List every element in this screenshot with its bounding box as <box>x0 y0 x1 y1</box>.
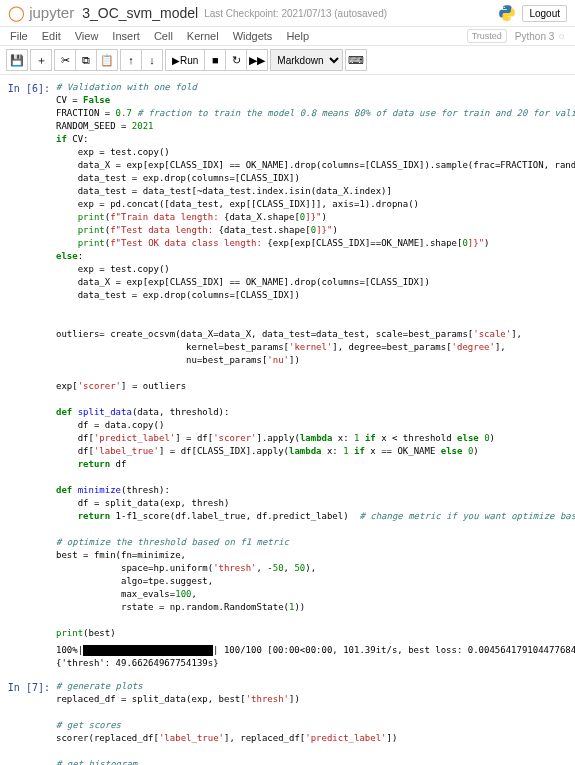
code-cell-7[interactable]: In [7]: # generate plots replaced_df = s… <box>0 680 575 765</box>
run-icon: ▶ <box>172 55 180 66</box>
restart-run-button[interactable]: ▶▶ <box>246 49 268 71</box>
menubar: File Edit View Insert Cell Kernel Widget… <box>0 27 575 46</box>
paste-icon: 📋 <box>100 54 114 67</box>
cell-type-select[interactable]: Markdown <box>270 49 343 71</box>
cut-button[interactable]: ✂ <box>54 49 76 71</box>
code-input[interactable]: # Validation with one fold CV = False FR… <box>56 81 575 640</box>
jupyter-logo: ◯ jupyter <box>8 4 74 22</box>
header: ◯ jupyter 3_OC_svm_model Last Checkpoint… <box>0 0 575 27</box>
cut-icon: ✂ <box>61 54 70 67</box>
move-down-button[interactable]: ↓ <box>141 49 163 71</box>
paste-button[interactable]: 📋 <box>96 49 118 71</box>
trusted-badge[interactable]: Trusted <box>467 29 507 43</box>
notebook-title[interactable]: 3_OC_svm_model <box>82 5 198 21</box>
arrow-down-icon: ↓ <box>149 54 155 66</box>
toolbar: 💾 ＋ ✂ ⧉ 📋 ↑ ↓ ▶ Run ■ ↻ ▶▶ Markdown ⌨ <box>0 46 575 75</box>
copy-icon: ⧉ <box>82 54 90 67</box>
checkpoint-text: Last Checkpoint: 2021/07/13 (autosaved) <box>204 8 387 19</box>
command-palette-button[interactable]: ⌨ <box>345 49 367 71</box>
save-button[interactable]: 💾 <box>6 49 28 71</box>
notebook-container: In [6]: # Validation with one fold CV = … <box>0 75 575 765</box>
keyboard-icon: ⌨ <box>348 54 364 67</box>
restart-button[interactable]: ↻ <box>225 49 247 71</box>
insert-cell-button[interactable]: ＋ <box>30 49 52 71</box>
code-input[interactable]: # generate plots replaced_df = split_dat… <box>56 680 575 765</box>
kernel-indicator: Python 3 <box>515 31 554 42</box>
move-up-button[interactable]: ↑ <box>120 49 142 71</box>
stop-icon: ■ <box>212 54 219 66</box>
menu-widgets[interactable]: Widgets <box>233 30 273 42</box>
copy-button[interactable]: ⧉ <box>75 49 97 71</box>
menu-help[interactable]: Help <box>286 30 309 42</box>
arrow-up-icon: ↑ <box>128 54 134 66</box>
plus-icon: ＋ <box>36 53 47 68</box>
input-prompt: In [6]: <box>0 81 56 640</box>
menu-insert[interactable]: Insert <box>112 30 140 42</box>
progress-bar <box>83 645 213 656</box>
kernel-status-icon: ○ <box>558 30 565 42</box>
run-button[interactable]: ▶ Run <box>165 49 205 71</box>
menu-cell[interactable]: Cell <box>154 30 173 42</box>
fast-forward-icon: ▶▶ <box>249 54 265 67</box>
code-cell-6[interactable]: In [6]: # Validation with one fold CV = … <box>0 81 575 640</box>
cell-6-output: 100%|| 100/100 [00:00<00:00, 101.39it/s,… <box>56 644 575 670</box>
menu-kernel[interactable]: Kernel <box>187 30 219 42</box>
logout-button[interactable]: Logout <box>522 5 567 22</box>
menu-edit[interactable]: Edit <box>42 30 61 42</box>
svg-point-0 <box>504 7 505 8</box>
input-prompt: In [7]: <box>0 680 56 765</box>
menu-view[interactable]: View <box>75 30 99 42</box>
interrupt-button[interactable]: ■ <box>204 49 226 71</box>
menu-file[interactable]: File <box>10 30 28 42</box>
svg-point-1 <box>510 18 511 19</box>
save-icon: 💾 <box>10 54 24 67</box>
restart-icon: ↻ <box>232 54 241 67</box>
python-icon <box>498 4 516 22</box>
